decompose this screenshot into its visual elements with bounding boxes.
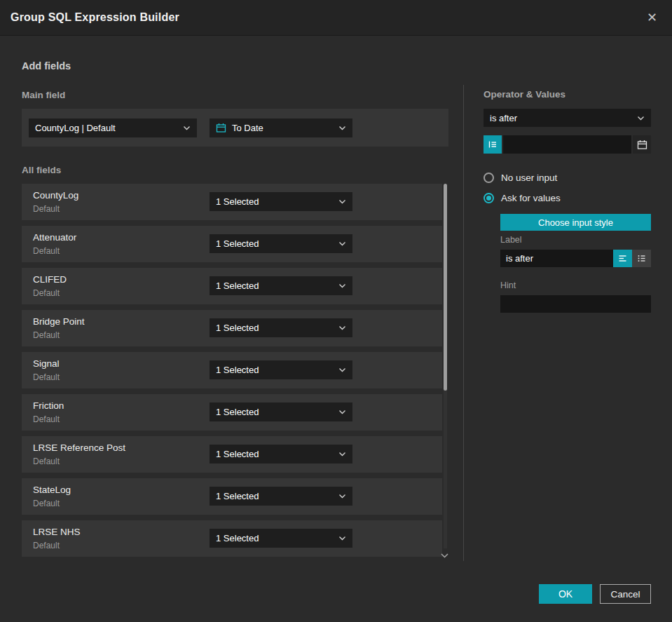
- field-selection-value: 1 Selected: [216, 196, 259, 207]
- chevron-down-icon: [338, 410, 346, 414]
- date-type-select[interactable]: To Date: [210, 119, 352, 137]
- field-selection-value: 1 Selected: [216, 533, 259, 543]
- field-selection-select[interactable]: 1 Selected: [210, 318, 352, 337]
- add-fields-heading: Add fields: [22, 60, 71, 72]
- field-row: CLIFED Default 1 Selected: [22, 268, 442, 304]
- field-row: StateLog Default 1 Selected: [22, 478, 442, 515]
- operator-select-value: is after: [490, 113, 517, 123]
- field-row: Friction Default 1 Selected: [22, 394, 442, 431]
- field-selection-select[interactable]: 1 Selected: [210, 445, 352, 464]
- field-selection-value: 1 Selected: [216, 280, 259, 291]
- main-field-select-value: CountyLog | Default: [35, 123, 116, 133]
- radio-checked-icon: [484, 193, 494, 203]
- field-selection-select[interactable]: 1 Selected: [210, 234, 352, 253]
- close-icon[interactable]: ✕: [643, 8, 661, 27]
- field-values-icon: [488, 140, 498, 149]
- field-selection-value: 1 Selected: [216, 238, 259, 249]
- field-row: Signal Default 1 Selected: [22, 352, 442, 388]
- all-fields-label: All fields: [22, 165, 61, 175]
- dialog-titlebar: Group SQL Expression Builder ✕: [0, 0, 672, 36]
- calendar-icon: [216, 123, 226, 133]
- chevron-down-icon: [338, 452, 346, 457]
- dialog-title: Group SQL Expression Builder: [11, 11, 179, 24]
- chevron-down-icon: [338, 126, 346, 130]
- ask-for-values-label: Ask for values: [501, 193, 561, 203]
- choose-input-style-button[interactable]: Choose input style: [500, 214, 651, 231]
- align-left-icon: [618, 254, 627, 263]
- no-user-input-radio[interactable]: No user input: [484, 173, 557, 183]
- field-selection-select[interactable]: 1 Selected: [210, 487, 352, 506]
- value-input[interactable]: [503, 135, 631, 154]
- scrollbar-thumb[interactable]: [444, 184, 447, 391]
- label-input-row: [500, 250, 651, 267]
- main-field-label: Main field: [22, 90, 65, 100]
- list-style-button[interactable]: [632, 250, 651, 267]
- field-selection-select[interactable]: 1 Selected: [210, 360, 352, 379]
- operator-select[interactable]: is after: [484, 109, 651, 127]
- cancel-button[interactable]: Cancel: [600, 584, 651, 604]
- ask-for-values-radio[interactable]: Ask for values: [484, 193, 561, 203]
- field-row: LRSE NHS Default 1 Selected: [22, 520, 442, 557]
- field-selection-value: 1 Selected: [216, 365, 259, 375]
- radio-unchecked-icon: [484, 173, 494, 183]
- panel-divider: [463, 85, 464, 561]
- field-selection-select[interactable]: 1 Selected: [210, 529, 352, 548]
- calendar-icon: [637, 140, 647, 150]
- chevron-down-icon: [338, 325, 346, 330]
- field-row: Attenuator Default 1 Selected: [22, 226, 442, 262]
- chevron-down-icon: [637, 116, 645, 121]
- hint-input[interactable]: [500, 295, 651, 313]
- date-picker-button[interactable]: [633, 135, 651, 154]
- hint-caption: Hint: [500, 280, 516, 290]
- single-line-style-button[interactable]: [613, 250, 632, 267]
- label-input[interactable]: [500, 250, 613, 267]
- chevron-down-icon: [338, 199, 346, 204]
- field-selection-value: 1 Selected: [216, 449, 259, 459]
- field-values-toggle-button[interactable]: [484, 135, 502, 154]
- ok-button[interactable]: OK: [539, 584, 592, 604]
- main-field-panel: CountyLog | Default To Date: [22, 109, 448, 147]
- no-user-input-label: No user input: [501, 173, 557, 183]
- group-sql-expression-builder-dialog: Group SQL Expression Builder ✕ Add field…: [0, 0, 672, 622]
- field-selection-value: 1 Selected: [216, 323, 259, 333]
- field-row: CountyLog Default 1 Selected: [22, 184, 442, 220]
- field-selection-select[interactable]: 1 Selected: [210, 276, 352, 295]
- all-fields-list: CountyLog Default 1 Selected Attenuator …: [22, 184, 442, 562]
- chevron-down-icon: [338, 494, 346, 499]
- value-input-row: [484, 135, 651, 154]
- field-selection-value: 1 Selected: [216, 407, 259, 417]
- chevron-down-icon: [183, 126, 191, 130]
- chevron-down-icon: [338, 367, 346, 372]
- field-row: Bridge Point Default 1 Selected: [22, 310, 442, 346]
- field-row: LRSE Reference Post Default 1 Selected: [22, 436, 442, 473]
- field-selection-value: 1 Selected: [216, 491, 259, 501]
- chevron-down-icon: [338, 283, 346, 288]
- field-selection-select[interactable]: 1 Selected: [210, 403, 352, 421]
- chevron-down-icon: [338, 536, 346, 541]
- chevron-down-icon: [338, 241, 346, 246]
- label-caption: Label: [500, 235, 522, 245]
- field-selection-select[interactable]: 1 Selected: [210, 192, 352, 211]
- checklist-icon: [637, 254, 646, 263]
- main-field-select[interactable]: CountyLog | Default: [29, 119, 197, 137]
- scroll-down-icon[interactable]: [440, 553, 449, 559]
- scrollbar-track[interactable]: [444, 184, 447, 548]
- operator-values-heading: Operator & Values: [484, 89, 565, 100]
- date-type-select-value: To Date: [232, 123, 263, 133]
